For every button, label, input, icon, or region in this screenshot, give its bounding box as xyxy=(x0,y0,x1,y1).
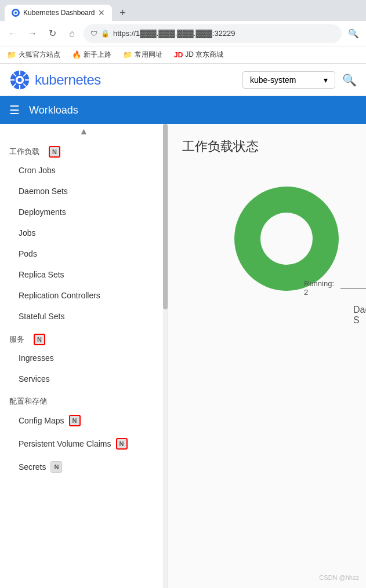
sidebar-section-workloads: 工作负载 N xyxy=(0,139,168,160)
bookmark-fire-icon: 🔥 xyxy=(72,50,81,59)
k8s-header: kubernetes kube-system ▾ 🔍 xyxy=(0,64,366,96)
sidebar-section-config-label: 配置和存储 xyxy=(9,396,47,407)
refresh-button[interactable]: ↻ xyxy=(44,25,60,42)
sidebar-workloads-badge: N xyxy=(49,146,60,158)
sidebar-item-jobs[interactable]: Jobs xyxy=(0,222,168,243)
sidebar-section-workloads-label: 工作负载 xyxy=(9,147,39,157)
browser-tabs: Kubernetes Dashboard ✕ + xyxy=(0,0,366,21)
toolbar-title: Workloads xyxy=(29,104,78,116)
namespace-dropdown-icon: ▾ xyxy=(324,75,328,85)
sidebar-scrollbar[interactable] xyxy=(163,124,168,588)
sidebar-item-services[interactable]: Services xyxy=(0,368,168,389)
sidebar: ▲ 工作负载 N Cron Jobs Daemon Sets Deploymen… xyxy=(0,124,168,588)
tab-close-button[interactable]: ✕ xyxy=(98,8,105,17)
new-tab-button[interactable]: + xyxy=(114,5,131,21)
sidebar-pvc-badge: N xyxy=(116,438,128,450)
sidebar-item-daemon-sets[interactable]: Daemon Sets xyxy=(0,181,168,202)
active-tab[interactable]: Kubernetes Dashboard ✕ xyxy=(5,5,112,21)
k8s-logo-icon xyxy=(9,70,30,90)
bookmark-jd[interactable]: JD JD 京东商城 xyxy=(172,49,226,61)
svg-point-4 xyxy=(17,78,21,82)
bookmark-folder2-icon: 📁 xyxy=(123,50,132,59)
sidebar-item-pvc[interactable]: Persistent Volume Claims N xyxy=(0,432,168,455)
browser-search-button[interactable]: 🔍 xyxy=(345,25,361,42)
bookmark-newuser-label: 新手上路 xyxy=(84,50,111,60)
menu-hamburger-icon[interactable]: ☰ xyxy=(9,103,20,117)
bookmark-folder-icon: 📁 xyxy=(7,50,16,59)
back-button[interactable]: ← xyxy=(5,25,21,42)
sidebar-item-stateful-sets[interactable]: Stateful Sets xyxy=(0,306,168,327)
lock-icon: 🔒 xyxy=(101,30,110,38)
bookmark-foxfire-label: 火狐官方站点 xyxy=(19,50,60,60)
svg-point-1 xyxy=(15,12,17,14)
svg-point-14 xyxy=(260,213,313,265)
sidebar-item-replication-controllers[interactable]: Replication Controllers xyxy=(0,285,168,306)
namespace-selector[interactable]: kube-system ▾ xyxy=(242,71,335,89)
k8s-logo: kubernetes xyxy=(9,70,101,90)
browser-toolbar: ← → ↻ ⌂ 🛡 🔒 https://1▓▓▓.▓▓▓.▓▓▓.▓▓▓:322… xyxy=(0,21,366,46)
bookmark-foxfire[interactable]: 📁 火狐官方站点 xyxy=(5,49,63,61)
sidebar-section-services-label: 服务 xyxy=(9,334,24,345)
url-text: https://1▓▓▓.▓▓▓.▓▓▓.▓▓▓:32229 xyxy=(113,29,235,38)
bookmark-jd-icon: JD xyxy=(174,51,183,59)
sidebar-item-ingresses[interactable]: Ingresses xyxy=(0,348,168,368)
sidebar-item-secrets[interactable]: Secrets N xyxy=(0,455,168,479)
sidebar-item-config-maps[interactable]: Config Maps N xyxy=(0,409,168,432)
namespace-text: kube-system xyxy=(250,75,296,85)
header-search-button[interactable]: 🔍 xyxy=(342,73,357,87)
sidebar-config-maps-badge: N xyxy=(69,415,81,426)
k8s-logo-text: kubernetes xyxy=(35,72,101,88)
browser-frame: Kubernetes Dashboard ✕ + ← → ↻ ⌂ 🛡 🔒 htt… xyxy=(0,0,366,64)
panel-title: 工作负载状态 xyxy=(182,138,352,155)
tab-favicon xyxy=(12,9,20,17)
app: kubernetes kube-system ▾ 🔍 ☰ Workloads ▲… xyxy=(0,64,366,588)
sidebar-scrollbar-thumb xyxy=(163,124,168,309)
right-panel: 工作负载状态 Running: 2 Daemon S xyxy=(168,124,366,588)
sidebar-item-cron-jobs[interactable]: Cron Jobs xyxy=(0,160,168,181)
sidebar-section-services: 服务 N xyxy=(0,327,168,348)
bookmark-common[interactable]: 📁 常用网址 xyxy=(121,49,165,61)
bookmark-common-label: 常用网址 xyxy=(135,50,162,60)
home-button[interactable]: ⌂ xyxy=(64,25,80,42)
sidebar-item-deployments[interactable]: Deployments xyxy=(0,202,168,222)
bookmarks-bar: 📁 火狐官方站点 🔥 新手上路 📁 常用网址 JD JD 京东商城 xyxy=(0,46,366,64)
tab-label: Kubernetes Dashboard xyxy=(23,9,95,17)
watermark: CSDN @hhzz xyxy=(319,574,359,581)
shield-icon: 🛡 xyxy=(90,30,97,38)
address-bar[interactable]: 🛡 🔒 https://1▓▓▓.▓▓▓.▓▓▓.▓▓▓:32229 xyxy=(84,24,342,43)
daemon-label: Daemon S xyxy=(353,305,366,326)
workloads-toolbar: ☰ Workloads xyxy=(0,96,366,124)
sidebar-item-pods[interactable]: Pods xyxy=(0,243,168,264)
running-label: Running: 2 xyxy=(304,279,366,297)
sidebar-section-config: 配置和存储 xyxy=(0,389,168,409)
sidebar-scroll-up[interactable]: ▲ xyxy=(0,124,168,139)
sidebar-secrets-badge: N xyxy=(50,461,62,473)
sidebar-item-replica-sets[interactable]: Replica Sets xyxy=(0,264,168,285)
forward-button[interactable]: → xyxy=(24,25,41,42)
bookmark-jd-label: JD 京东商城 xyxy=(185,50,223,60)
sidebar-services-badge: N xyxy=(34,334,45,345)
bookmark-newuser[interactable]: 🔥 新手上路 xyxy=(70,49,114,61)
running-line xyxy=(340,288,366,288)
main-content: ▲ 工作负载 N Cron Jobs Daemon Sets Deploymen… xyxy=(0,124,366,588)
chart-area: Running: 2 Daemon S xyxy=(182,169,352,343)
